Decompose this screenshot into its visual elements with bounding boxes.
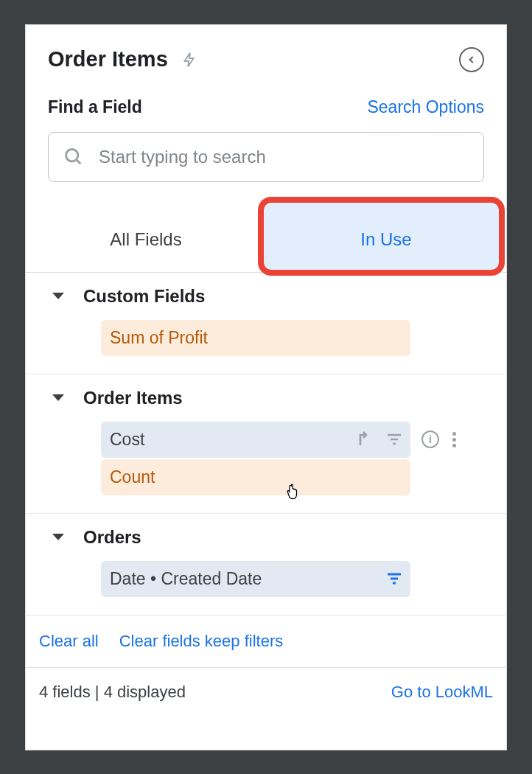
- field-filter-indicator: [385, 570, 403, 588]
- field-list: Sum of Profit: [38, 320, 494, 356]
- group-order-items: Order Items Cost: [26, 374, 506, 514]
- search-header: Find a Field Search Options: [48, 97, 484, 117]
- group-orders: Orders Date • Created Date: [26, 514, 506, 616]
- clear-links-row: Clear all Clear fields keep filters: [26, 616, 506, 668]
- quick-start-icon[interactable]: [181, 49, 197, 71]
- group-header-custom-fields[interactable]: Custom Fields: [38, 286, 494, 307]
- svg-line-1: [77, 159, 81, 164]
- field-date-created-date[interactable]: Date • Created Date: [101, 561, 410, 597]
- info-icon[interactable]: i: [421, 430, 439, 448]
- field-list-content[interactable]: Custom Fields Sum of Profit Order Items …: [26, 273, 506, 750]
- filter-active-icon[interactable]: [385, 570, 403, 588]
- group-header-orders[interactable]: Orders: [38, 527, 494, 548]
- field-cost[interactable]: Cost i: [101, 422, 410, 458]
- field-label: Cost: [110, 430, 144, 450]
- pivot-icon[interactable]: [357, 430, 375, 448]
- clear-all-link[interactable]: Clear all: [39, 632, 99, 651]
- field-sum-of-profit[interactable]: Sum of Profit: [101, 320, 410, 356]
- clear-fields-keep-filters-link[interactable]: Clear fields keep filters: [119, 632, 284, 651]
- search-icon: [63, 147, 84, 167]
- header-left: Order Items: [48, 47, 197, 72]
- kebab-menu-icon[interactable]: [452, 432, 456, 447]
- panel-title: Order Items: [48, 47, 168, 72]
- find-field-label: Find a Field: [48, 97, 142, 117]
- field-label: Count: [110, 467, 155, 487]
- field-label: Sum of Profit: [110, 328, 208, 348]
- caret-down-icon: [52, 394, 64, 401]
- panel-header: Order Items: [26, 25, 506, 80]
- tab-all-fields[interactable]: All Fields: [26, 207, 266, 272]
- field-count[interactable]: Count: [101, 459, 410, 495]
- caret-down-icon: [52, 293, 64, 299]
- tab-in-use[interactable]: In Use: [266, 207, 506, 272]
- footer: 4 fields | 4 displayed Go to LookML: [26, 668, 506, 719]
- caret-down-icon: [52, 534, 64, 540]
- field-list: Date • Created Date: [38, 561, 494, 597]
- field-picker-panel: Order Items Find a Field Search Options …: [25, 24, 507, 750]
- group-custom-fields: Custom Fields Sum of Profit: [26, 273, 506, 374]
- svg-point-0: [66, 149, 78, 161]
- search-input[interactable]: [99, 147, 469, 167]
- search-box[interactable]: [48, 132, 484, 182]
- field-list: Cost i: [38, 422, 494, 495]
- group-title: Custom Fields: [83, 286, 205, 307]
- search-section: Find a Field Search Options: [26, 80, 506, 197]
- collapse-panel-button[interactable]: [459, 47, 484, 72]
- go-to-lookml-link[interactable]: Go to LookML: [391, 683, 493, 702]
- search-options-link[interactable]: Search Options: [367, 97, 484, 117]
- field-extra-actions: i: [421, 430, 456, 448]
- footer-status: 4 fields | 4 displayed: [39, 683, 186, 702]
- filter-icon[interactable]: [385, 430, 403, 448]
- tabs-row: All Fields In Use: [26, 197, 506, 273]
- group-title: Order Items: [83, 388, 183, 408]
- field-hover-actions: [357, 430, 403, 448]
- field-label: Date • Created Date: [110, 569, 262, 589]
- group-header-order-items[interactable]: Order Items: [38, 388, 494, 408]
- group-title: Orders: [83, 527, 141, 548]
